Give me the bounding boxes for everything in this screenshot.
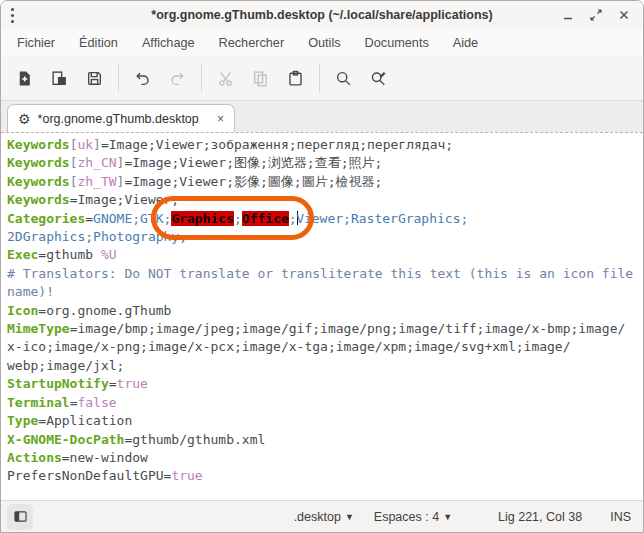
cursor-position-label: Lig 221, Col 38 [498,510,582,524]
code-line: Terminal=false [7,394,643,412]
search-and-replace-icon [370,70,387,87]
search-match-highlight: Office [242,211,289,226]
code-line: Exec=gthumb %U [7,246,643,264]
text-editor-window: *org.gnome.gThumb.desktop (~/.local/shar… [0,0,644,533]
toolbar-separator [118,64,119,92]
code-line: Categories=GNOME;GTK;Graphics;Office;Vie… [7,210,643,228]
tab-width-dropdown[interactable]: Espaces : 4 ▼ [368,507,458,527]
code-line: name)! [7,283,643,301]
new-document-button[interactable] [7,62,42,94]
tab-org-gnome-gthumb-desktop[interactable]: ⚙ *org.gnome.gThumb.desktop × [7,104,235,132]
statusbar: .desktop ▼ Espaces : 4 ▼ Lig 221, Col 38… [1,500,643,532]
titlebar: *org.gnome.gThumb.desktop (~/.local/shar… [1,1,643,29]
copy-button[interactable] [243,62,278,94]
window-title: *org.gnome.gThumb.desktop (~/.local/shar… [1,8,643,22]
minimize-button[interactable] [557,5,579,25]
copy-icon [252,70,269,87]
open-document-button[interactable] [42,62,77,94]
code-line: Keywords[uk]=Image;Viewer;зображення;пер… [7,136,643,154]
paste-button[interactable] [278,62,313,94]
toolbar [1,56,643,101]
restore-button[interactable] [585,5,607,25]
chevron-down-icon: ▼ [443,512,452,522]
redo-button[interactable] [160,62,195,94]
save-document-button[interactable] [77,62,112,94]
search-icon [335,70,352,87]
undo-button[interactable] [125,62,160,94]
search-button[interactable] [326,62,361,94]
menu-item-aide[interactable]: Aide [441,32,490,54]
code-line: Icon=org.gnome.gThumb [7,302,643,320]
text-editor-area[interactable]: Keywords[uk]=Image;Viewer;зображення;пер… [1,132,643,500]
menu-item-rechercher[interactable]: Rechercher [207,32,297,54]
code-line: Type=Application [7,412,643,430]
paste-icon [287,70,304,87]
search-and-replace-button[interactable] [361,62,396,94]
toolbar-separator [201,64,202,92]
chevron-down-icon: ▼ [345,512,354,522]
code-line: 2DGraphics;Photography; [7,228,643,246]
tab-width-label: Espaces : 4 [374,510,439,524]
code-line: X-GNOME-DocPath=gthumb/gthumb.xml [7,431,643,449]
gear-icon: ⚙ [18,112,31,126]
new-document-icon [16,70,33,87]
cut-icon [217,70,234,87]
toolbar-separator [319,64,320,92]
cut-button[interactable] [208,62,243,94]
undo-icon [134,70,151,87]
close-button[interactable] [613,5,635,25]
menu-item-fichier[interactable]: Fichier [5,32,67,54]
insert-mode-label: INS [610,510,631,524]
tab-close-icon[interactable]: × [215,112,226,126]
filetype-label: .desktop [294,510,341,524]
open-document-icon [51,70,68,87]
tab-label: *org.gnome.gThumb.desktop [38,112,199,126]
code-line: webp;image/jxl; [7,357,643,375]
menubar: FichierÉditionAffichageRechercherOutilsD… [1,29,643,56]
code-line: MimeType=image/bmp;image/jpeg;image/gif;… [7,320,643,338]
menu-item-documents[interactable]: Documents [353,32,441,54]
tab-bar: ⚙ *org.gnome.gThumb.desktop × [1,101,643,132]
filetype-dropdown[interactable]: .desktop ▼ [288,507,360,527]
window-grip-dots-icon [11,8,14,23]
search-match-highlight: Graphics [171,211,234,226]
menu-item-edition[interactable]: Édition [67,32,130,54]
code-line: x-ico;image/x-png;image/x-pcx;image/x-tg… [7,338,643,356]
redo-icon [169,70,186,87]
code-line: Actions=new-window [7,449,643,467]
save-document-icon [86,70,103,87]
code-line: StartupNotify=true [7,375,643,393]
menu-item-outils[interactable]: Outils [296,32,352,54]
side-panel-toggle-button[interactable] [7,504,33,530]
menu-item-affichage[interactable]: Affichage [130,32,207,54]
code-line: # Translators: Do NOT translate or trans… [7,265,643,283]
code-line: Keywords=Image;Viewer; [7,191,643,209]
code-line: PrefersNonDefaultGPU=true [7,467,643,485]
code-line: Keywords[zh_TW]=Image;Viewer;影像;圖像;圖片;檢視… [7,173,643,191]
code-line: Keywords[zh_CN]=Image;Viewer;图像;浏览器;查看;照… [7,154,643,172]
